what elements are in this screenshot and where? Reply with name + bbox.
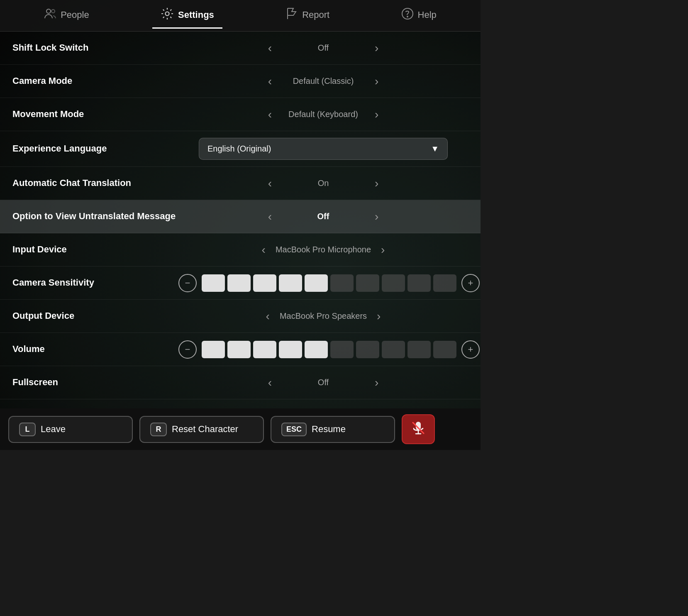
tab-help[interactable]: Help <box>393 3 445 28</box>
volume-decrease[interactable]: − <box>178 340 197 359</box>
camera-sensitivity-control: − + 1 <box>178 274 481 292</box>
segment-10 <box>433 274 456 292</box>
setting-camera-mode: Camera Mode ‹ Default (Classic) › <box>0 65 481 98</box>
untranslated-label: Option to View Untranslated Message <box>12 210 178 222</box>
vol-segment-4 <box>279 341 302 358</box>
reset-character-button[interactable]: R Reset Character <box>139 416 264 443</box>
settings-content: Shift Lock Switch ‹ Off › Camera Mode ‹ … <box>0 32 481 408</box>
vol-segment-8 <box>382 341 405 358</box>
bottom-action-bar: L Leave R Reset Character ESC Resume <box>0 408 481 450</box>
camera-sensitivity-increase[interactable]: + <box>461 274 480 292</box>
camera-mode-next[interactable]: › <box>371 74 382 89</box>
reset-label: Reset Character <box>172 424 238 435</box>
segment-1 <box>202 274 225 292</box>
tab-report[interactable]: Report <box>277 3 338 28</box>
output-device-next[interactable]: › <box>373 309 384 324</box>
output-device-control: ‹ MacBook Pro Speakers › <box>178 309 468 324</box>
shift-lock-prev[interactable]: ‹ <box>265 41 275 56</box>
camera-sensitivity-segments <box>202 274 456 292</box>
setting-movement-mode: Movement Mode ‹ Default (Keyboard) › <box>0 98 481 131</box>
camera-sensitivity-label: Camera Sensitivity <box>12 277 178 289</box>
setting-untranslated: Option to View Untranslated Message ‹ Of… <box>0 200 481 233</box>
fullscreen-label: Fullscreen <box>12 376 178 389</box>
segment-4 <box>279 274 302 292</box>
volume-control: − + <box>178 340 480 359</box>
svg-point-4 <box>407 16 408 17</box>
setting-auto-chat: Automatic Chat Translation ‹ On › <box>0 167 481 200</box>
input-device-label: Input Device <box>12 244 178 256</box>
tab-people-label: People <box>61 10 89 20</box>
input-device-next[interactable]: › <box>378 242 388 257</box>
tab-settings[interactable]: Settings <box>152 3 222 29</box>
fullscreen-prev[interactable]: ‹ <box>265 375 275 390</box>
movement-mode-value: Default (Keyboard) <box>282 110 365 119</box>
output-device-prev[interactable]: ‹ <box>263 309 273 324</box>
segment-7 <box>356 274 379 292</box>
tab-report-label: Report <box>302 10 329 20</box>
output-device-label: Output Device <box>12 310 178 322</box>
untranslated-next[interactable]: › <box>371 209 382 224</box>
setting-volume: Volume − + <box>0 333 481 366</box>
camera-mode-label: Camera Mode <box>12 75 178 87</box>
language-dropdown-value: English (Original) <box>207 144 271 154</box>
language-dropdown[interactable]: English (Original) ▼ <box>199 138 448 160</box>
shift-lock-next[interactable]: › <box>371 41 382 56</box>
resume-label: Resume <box>312 424 346 435</box>
volume-segments <box>202 341 456 358</box>
input-device-value: MacBook Pro Microphone <box>276 245 371 254</box>
mic-button[interactable] <box>402 414 435 444</box>
tab-help-label: Help <box>418 10 437 20</box>
movement-mode-next[interactable]: › <box>371 107 382 122</box>
camera-sensitivity-decrease[interactable]: − <box>178 274 197 292</box>
camera-mode-prev[interactable]: ‹ <box>265 74 275 89</box>
camera-mode-control: ‹ Default (Classic) › <box>178 74 468 89</box>
vol-segment-3 <box>253 341 276 358</box>
svg-point-2 <box>166 12 169 15</box>
untranslated-value: Off <box>282 212 365 221</box>
segment-2 <box>227 274 251 292</box>
movement-mode-control: ‹ Default (Keyboard) › <box>178 107 468 122</box>
auto-chat-prev[interactable]: ‹ <box>265 176 275 191</box>
shift-lock-control: ‹ Off › <box>178 41 468 56</box>
gear-icon <box>161 7 174 23</box>
svg-point-0 <box>46 9 51 13</box>
output-device-value: MacBook Pro Speakers <box>280 311 367 321</box>
movement-mode-prev[interactable]: ‹ <box>265 107 275 122</box>
vol-segment-7 <box>356 341 379 358</box>
auto-chat-value: On <box>282 178 365 188</box>
fullscreen-control: ‹ Off › <box>178 375 468 390</box>
input-device-prev[interactable]: ‹ <box>259 242 269 257</box>
setting-fullscreen: Fullscreen ‹ Off › <box>0 366 481 399</box>
shift-lock-label: Shift Lock Switch <box>12 42 178 54</box>
volume-label: Volume <box>12 343 178 355</box>
svg-point-1 <box>51 10 55 13</box>
vol-segment-9 <box>407 341 431 358</box>
top-navigation: People Settings Report Help <box>0 0 481 32</box>
auto-chat-label: Automatic Chat Translation <box>12 177 178 189</box>
fullscreen-next[interactable]: › <box>371 375 382 390</box>
untranslated-prev[interactable]: ‹ <box>265 209 275 224</box>
resume-button[interactable]: ESC Resume <box>271 416 395 443</box>
setting-experience-language: Experience Language English (Original) ▼ <box>0 131 481 167</box>
fullscreen-value: Off <box>282 378 365 387</box>
vol-segment-5 <box>305 341 328 358</box>
segment-3 <box>253 274 276 292</box>
camera-sensitivity-slider: − + 1 <box>178 274 481 292</box>
flag-icon <box>285 7 298 23</box>
auto-chat-control: ‹ On › <box>178 176 468 191</box>
tab-people[interactable]: People <box>36 3 98 28</box>
volume-increase[interactable]: + <box>461 340 480 359</box>
vol-segment-6 <box>330 341 354 358</box>
dropdown-arrow-icon: ▼ <box>431 144 439 154</box>
leave-button[interactable]: L Leave <box>8 416 133 443</box>
movement-mode-label: Movement Mode <box>12 108 178 120</box>
leave-label: Leave <box>41 424 66 435</box>
segment-8 <box>382 274 405 292</box>
input-device-control: ‹ MacBook Pro Microphone › <box>178 242 468 257</box>
segment-5 <box>305 274 328 292</box>
setting-input-device: Input Device ‹ MacBook Pro Microphone › <box>0 233 481 266</box>
auto-chat-next[interactable]: › <box>371 176 382 191</box>
setting-camera-sensitivity: Camera Sensitivity − + 1 <box>0 266 481 300</box>
segment-9 <box>407 274 431 292</box>
experience-language-label: Experience Language <box>12 143 178 155</box>
